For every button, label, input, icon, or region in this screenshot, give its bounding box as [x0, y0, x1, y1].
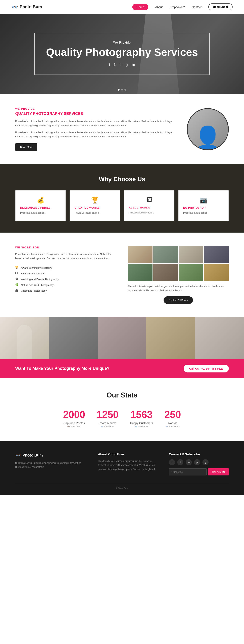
strip-person-1 — [0, 317, 49, 359]
person-icon: 👤 — [194, 126, 222, 150]
fashion-icon: 🎞 — [15, 272, 19, 276]
about-text: WE PROVIDE QUALITY PHOTOGRAPHY SERVICES … — [15, 108, 175, 151]
nav-contact[interactable]: Contact — [192, 5, 202, 8]
why-card-title-2: CREATIVE WORKS — [75, 206, 115, 209]
stat-brand-1: 👓 Photo Bum — [63, 426, 85, 428]
logo: 👓 Photo Bum — [11, 4, 42, 10]
stat-number-4: 250 — [164, 409, 181, 420]
why-cards: 💰 REASONABLE PRICES Phasellus iaculis sa… — [15, 190, 229, 221]
stat-photo-albums: 1250 Photo Albums 👓 Photo Bum — [97, 409, 119, 428]
why-card-title-1: REASONABLE PRICES — [20, 206, 61, 209]
stats-grid: 2000 Captured Photos 👓 Photo Bum 1250 Ph… — [15, 409, 229, 428]
strip-photo-5 — [195, 317, 244, 359]
grid-photo-1 — [128, 246, 152, 263]
footer-logo-icon: 👓 — [15, 453, 21, 458]
call-us-button[interactable]: Call Us : +1-244-368-9527 — [184, 364, 229, 372]
hero-dot-3[interactable] — [124, 89, 126, 90]
stat-label-4: Awards — [164, 421, 181, 424]
stats-section: Our Stats 2000 Captured Photos 👓 Photo B… — [0, 378, 244, 441]
cinematic-icon: 🎥 — [15, 289, 19, 293]
strip-photo-3 — [98, 317, 146, 359]
nav-links: Home About Dropdown ▾ Contact Book Shoot — [132, 4, 233, 10]
hero-dots — [118, 89, 126, 90]
grid-photo-7 — [179, 264, 203, 281]
strip-photo-2 — [49, 317, 98, 359]
footer-about-col: About Photo Bum Duis fringilla velit id … — [98, 453, 157, 476]
list-item: 🏆Award Winning Photography — [15, 265, 116, 271]
brand-icon-1: 👓 — [67, 426, 70, 428]
hero-dot-1[interactable] — [118, 89, 120, 90]
list-item: 🌿Nature And Wild Photography — [15, 282, 116, 288]
footer-brand-col: 👓 Photo Bum Duis fringilla velit id ipsu… — [15, 453, 87, 476]
stat-number-3: 1563 — [130, 409, 153, 420]
explore-shots-button[interactable]: Explore All Shots — [164, 296, 193, 304]
trophy-icon: 🏆 — [75, 196, 115, 204]
nav-home[interactable]: Home — [132, 4, 148, 10]
work-right: Phasellus iaculis sapien in tellus gravi… — [128, 246, 229, 304]
grid-photo-8 — [204, 264, 229, 281]
nav-dropdown[interactable]: Dropdown ▾ — [169, 5, 185, 8]
subscribe-input[interactable] — [169, 468, 207, 476]
cta-banner: Want To Make Your Photography More Uniqu… — [0, 359, 244, 378]
footer-desc: Duis fringilla velit id ipsum dignissim … — [15, 461, 87, 469]
brand-icon-4: 👓 — [166, 426, 168, 428]
work-grid-text: Phasellus iaculis sapien in tellus gravi… — [128, 284, 229, 292]
stat-label-2: Photo Albums — [97, 421, 119, 424]
stat-captured-photos: 2000 Captured Photos 👓 Photo Bum — [63, 409, 85, 428]
footer-grid: 👓 Photo Bum Duis fringilla velit id ipsu… — [15, 453, 229, 476]
grid-photo-6 — [153, 264, 178, 281]
instagram-icon[interactable]: ◉ — [132, 63, 135, 67]
grid-photo-2 — [153, 246, 178, 263]
footer-linkedin-icon[interactable]: in — [186, 459, 192, 465]
pinterest-icon[interactable]: 𝕡 — [126, 63, 128, 67]
twitter-icon[interactable]: 𝕏 — [114, 63, 117, 67]
logo-icon: 👓 — [11, 4, 18, 10]
footer-facebook-icon[interactable]: f — [169, 459, 175, 465]
nature-icon: 🌿 — [15, 283, 19, 287]
grid-photo-3 — [179, 246, 203, 263]
read-more-button[interactable]: Read More — [15, 143, 37, 151]
why-card-1: 💰 REASONABLE PRICES Phasellus iaculis sa… — [15, 190, 66, 221]
grid-photo-5 — [128, 264, 152, 281]
footer-instagram-icon[interactable]: ig — [202, 459, 209, 465]
why-card-text-4: Phasellus iaculis sapien. — [183, 211, 224, 215]
footer-about-text: Duis fringilla velit id ipsum dignissim … — [98, 459, 157, 472]
why-card-title-3: ALBUM WORKS — [129, 206, 169, 209]
wedding-icon: 🎬 — [15, 278, 19, 281]
chevron-down-icon: ▾ — [183, 5, 185, 8]
why-section: Why Choose Us 💰 REASONABLE PRICES Phasel… — [0, 164, 244, 232]
work-list: 🏆Award Winning Photography 🎞Fashion Phot… — [15, 265, 116, 294]
grid-photo-4 — [204, 246, 229, 263]
nav-about[interactable]: About — [155, 5, 163, 8]
footer-pinterest-icon[interactable]: p — [194, 459, 200, 465]
strip-photo-4 — [146, 317, 195, 359]
about-para-1: Phasellus iaculis sapien in tellus gravi… — [15, 119, 175, 128]
hero-dot-2[interactable] — [121, 89, 123, 90]
hero-subtitle: We Provide — [46, 41, 198, 44]
stat-label-1: Captured Photos — [63, 421, 85, 424]
stat-brand-4: 👓 Photo Bum — [164, 426, 181, 428]
subscribe-button[interactable]: 前往下载模板 — [208, 468, 229, 476]
footer-subscribe: 前往下载模板 — [169, 468, 229, 476]
stat-brand-3: 👓 Photo Bum — [130, 426, 153, 428]
why-card-text-3: Phasellus iaculis sapien. — [129, 211, 169, 214]
facebook-icon[interactable]: f — [109, 63, 110, 67]
stat-brand-2: 👓 Photo Bum — [97, 426, 119, 428]
about-image: 👤 — [187, 108, 229, 150]
book-shoot-button[interactable]: Book Shoot — [208, 4, 233, 10]
camera-icon: 📷 — [183, 196, 224, 204]
about-title: QUALITY PHOTOGRAPHY SERVICES — [15, 112, 175, 116]
linkedin-icon[interactable]: in — [120, 63, 122, 67]
stat-number-2: 1250 — [97, 409, 119, 420]
stats-title: Our Stats — [15, 391, 229, 399]
footer-bottom: © Photo Bum — [15, 483, 229, 490]
strip-photo-1 — [0, 317, 49, 359]
footer-twitter-icon[interactable]: t — [177, 459, 183, 465]
why-card-title-4: NO PHOTOSHOP — [183, 206, 224, 209]
stat-number-1: 2000 — [63, 409, 85, 420]
why-card-4: 📷 NO PHOTOSHOP Phasellus iaculis sapien. — [178, 190, 229, 221]
why-card-text-1: Phasellus iaculis sapien. — [20, 211, 61, 215]
about-image-inner: 👤 — [188, 109, 228, 150]
why-card-2: 🏆 CREATIVE WORKS Phasellus iaculis sapie… — [70, 190, 120, 221]
list-item: 🎬Wedding And Events Photography — [15, 276, 116, 282]
